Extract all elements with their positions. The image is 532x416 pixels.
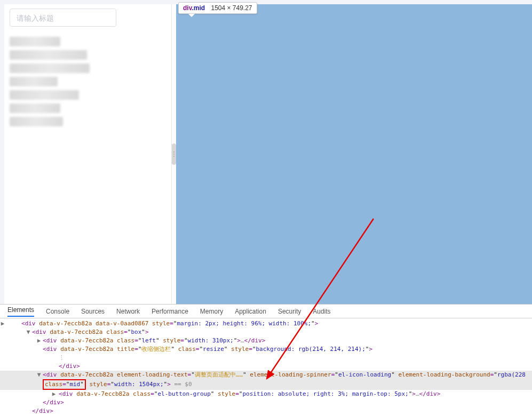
list-item[interactable] [10,117,63,126]
list-item[interactable] [10,50,87,60]
highlight-box: class="mid" [43,379,86,390]
list-item[interactable] [10,37,60,46]
tab-memory[interactable]: Memory [200,308,223,315]
chevron-down-icon[interactable]: ▼ [36,371,42,379]
tab-security[interactable]: Security [278,308,301,315]
dom-row-close[interactable]: </div> [0,362,532,371]
tab-network[interactable]: Network [116,308,140,315]
title-input[interactable]: 请输入标题 [10,9,116,27]
tab-application[interactable]: Application [235,308,266,315]
dom-row-selected[interactable]: ▼ <div data-v-7eccb82a element-loading-t… [0,371,532,379]
dom-tree[interactable]: ▶ <div data-v-7eccb82a data-v-0aad0867 s… [0,318,532,415]
dom-row[interactable]: ▶ <div data-v-7eccb82a class="left" styl… [0,337,532,345]
app-area: 请输入标题 [0,0,532,304]
list-item[interactable] [10,77,58,86]
inspect-tooltip: div.mid 1504 × 749.27 [178,2,257,14]
dom-row-close[interactable]: </div> [0,407,532,415]
dom-row[interactable]: <div data-v-7eccb82a title="收缩侧边栏" class… [0,345,532,354]
devtools-tabs: Elements Console Sources Network Perform… [0,305,532,318]
dom-row[interactable]: ▶ <div data-v-7eccb82a class="el-button-… [0,390,532,398]
tooltip-tag: div [183,4,192,12]
dom-vdots: ⋮ [0,354,532,362]
dom-row[interactable]: ▶ <div data-v-7eccb82a data-v-0aad0867 s… [0,319,532,328]
tooltip-dimensions: 1504 × 749.27 [211,4,252,12]
resize-handle[interactable] [172,4,176,304]
tab-elements[interactable]: Elements [7,306,34,317]
tab-performance[interactable]: Performance [152,308,188,315]
dom-row-selected-cont[interactable]: class="mid" style="width: 1504px;"> == $… [0,379,532,390]
grip-icon [172,143,176,165]
left-pane: 请输入标题 [4,4,172,304]
tab-audits[interactable]: Audits [313,308,330,315]
chevron-down-icon[interactable]: ▼ [26,328,31,337]
chevron-right-icon[interactable]: ▶ [0,319,5,328]
dom-row-close[interactable]: </div> [0,398,532,407]
chevron-right-icon[interactable]: ▶ [36,337,42,345]
sidebar-list [4,32,171,131]
mid-pane-highlight [176,4,532,304]
chevron-right-icon[interactable]: ▶ [51,390,57,398]
list-item[interactable] [10,90,79,100]
list-item[interactable] [10,103,60,113]
devtools-panel: Elements Console Sources Network Perform… [0,304,532,416]
tab-sources[interactable]: Sources [81,308,105,315]
list-item[interactable] [10,63,90,73]
tooltip-class: .mid [192,4,205,12]
dom-row[interactable]: ▼ <div data-v-7eccb82a class="box"> [0,328,532,337]
tab-console[interactable]: Console [46,308,69,315]
